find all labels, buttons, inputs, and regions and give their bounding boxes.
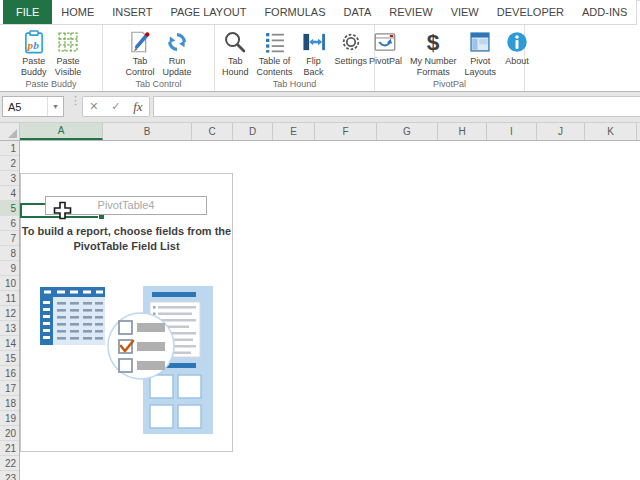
- row-header-16[interactable]: 16: [0, 366, 19, 381]
- button-label-line: Buddy: [21, 67, 47, 77]
- row-header-17[interactable]: 17: [0, 381, 19, 396]
- run-update-button[interactable]: RunUpdate: [158, 27, 195, 78]
- tab-review[interactable]: REVIEW: [380, 0, 441, 24]
- about-icon: [504, 29, 530, 55]
- tab-page-layout[interactable]: PAGE LAYOUT: [161, 0, 255, 24]
- row-header-5[interactable]: 5: [0, 201, 19, 216]
- select-all-corner[interactable]: [0, 123, 20, 140]
- column-header-k[interactable]: K: [585, 123, 637, 140]
- tab-xl-campus[interactable]: XL Campus: [636, 0, 640, 25]
- tab-developer[interactable]: DEVELOPER: [488, 0, 573, 24]
- column-header-h[interactable]: H: [438, 123, 487, 140]
- row-header-1[interactable]: 1: [0, 141, 19, 156]
- formula-input[interactable]: [153, 96, 640, 117]
- column-header-c[interactable]: C: [192, 123, 233, 140]
- tab-hound-button[interactable]: TabHound: [218, 27, 253, 78]
- table-of-contents-button[interactable]: Table ofContents: [252, 27, 296, 78]
- button-label-line: Tab: [133, 56, 148, 66]
- row-header-15[interactable]: 15: [0, 351, 19, 366]
- name-box-value: A5: [3, 101, 47, 113]
- button-label-line: Update: [162, 67, 191, 77]
- row-header-14[interactable]: 14: [0, 336, 19, 351]
- button-label-line: Visible: [55, 67, 81, 77]
- table-graphic: [40, 287, 105, 345]
- flip-back-icon: [301, 29, 327, 55]
- tab-home[interactable]: HOME: [52, 0, 103, 24]
- paste-visible-icon: [55, 29, 81, 55]
- flip-back-button[interactable]: FlipBack: [297, 27, 331, 78]
- formula-bar-row: A5 ▼ ⋮ ✕ ✓ fx: [0, 92, 640, 123]
- column-header-i[interactable]: I: [487, 123, 537, 140]
- tab-control-button[interactable]: TabControl: [121, 27, 158, 78]
- row-header-10[interactable]: 10: [0, 276, 19, 291]
- button-label-line: Pivot: [470, 56, 490, 66]
- row-header-20[interactable]: 20: [0, 426, 19, 441]
- tab-view[interactable]: VIEW: [442, 0, 488, 24]
- group-label: Tab Control: [103, 78, 214, 91]
- column-header-e[interactable]: E: [273, 123, 315, 140]
- ribbon-group-pivotpal: PivotPal$My NumberFormatsPivotLayoutsAbo…: [375, 25, 525, 91]
- cell-cursor-icon: [53, 201, 72, 220]
- paste-visible-button[interactable]: PasteVisible: [51, 27, 85, 78]
- enter-icon[interactable]: ✓: [111, 100, 120, 113]
- column-header-f[interactable]: F: [315, 123, 377, 140]
- group-label: Paste Buddy: [0, 78, 102, 91]
- button-label-line: Table of: [259, 56, 291, 66]
- row-header-12[interactable]: 12: [0, 306, 19, 321]
- column-header-a[interactable]: A: [20, 123, 103, 140]
- button-label-line: Back: [304, 67, 324, 77]
- column-header-d[interactable]: D: [233, 123, 273, 140]
- message-line-2: PivotTable Field List: [20, 239, 233, 254]
- insert-function-icon[interactable]: fx: [133, 99, 142, 115]
- column-header-g[interactable]: G: [377, 123, 438, 140]
- tab-insert[interactable]: INSERT: [103, 0, 161, 24]
- button-label-line: About: [505, 56, 529, 66]
- row-header-13[interactable]: 13: [0, 321, 19, 336]
- run-update-icon: [164, 29, 190, 55]
- settings-icon: [338, 29, 364, 55]
- paste-buddy-icon: pb: [21, 29, 47, 55]
- row-header-21[interactable]: 21: [0, 441, 19, 456]
- column-header-b[interactable]: B: [103, 123, 192, 140]
- row-header-7[interactable]: 7: [0, 231, 19, 246]
- row-header-18[interactable]: 18: [0, 396, 19, 411]
- row-header-3[interactable]: 3: [0, 171, 19, 186]
- formula-bar-grip[interactable]: ⋮: [70, 97, 78, 117]
- svg-text:pb: pb: [26, 39, 39, 51]
- button-label-line: Settings: [335, 56, 368, 66]
- row-header-22[interactable]: 22: [0, 456, 19, 471]
- name-box[interactable]: A5 ▼: [2, 96, 64, 117]
- table-of-contents-icon: [262, 29, 288, 55]
- row-header-11[interactable]: 11: [0, 291, 19, 306]
- about-button[interactable]: About: [500, 27, 534, 67]
- pivot-layouts-icon: [467, 29, 493, 55]
- row-header-8[interactable]: 8: [0, 246, 19, 261]
- row-header-9[interactable]: 9: [0, 261, 19, 276]
- pivotpal-button[interactable]: PivotPal: [365, 27, 406, 67]
- ribbon-group-tab-hound: TabHoundTable ofContentsFlipBackSettings…: [215, 25, 375, 91]
- button-label-line: My Number: [410, 56, 457, 66]
- tab-data[interactable]: DATA: [335, 0, 381, 24]
- my-number-formats-button[interactable]: $My NumberFormats: [406, 27, 461, 78]
- button-label-line: Formats: [417, 67, 450, 77]
- tab-add-ins[interactable]: ADD-INS: [573, 0, 636, 24]
- row-header-2[interactable]: 2: [0, 156, 19, 171]
- tab-formulas[interactable]: FORMULAS: [255, 0, 334, 24]
- row-header-4[interactable]: 4: [0, 186, 19, 201]
- tab-hound-icon: [222, 29, 248, 55]
- paste-buddy-button[interactable]: pbPasteBuddy: [17, 27, 51, 78]
- row-header-6[interactable]: 6: [0, 216, 19, 231]
- message-line-1: To build a report, choose fields from th…: [20, 224, 233, 239]
- number-formats-icon: $: [420, 29, 446, 55]
- ribbon-group-tab-control: TabControlRunUpdateTab Control: [103, 25, 215, 91]
- column-headers: ABCDEFGHIJK: [0, 123, 640, 141]
- row-header-23[interactable]: 23: [0, 471, 19, 480]
- row-header-19[interactable]: 19: [0, 411, 19, 426]
- ribbon-tab-bar: FILEHOMEINSERTPAGE LAYOUTFORMULASDATAREV…: [0, 0, 640, 25]
- button-label-line: Paste: [56, 56, 79, 66]
- cancel-icon[interactable]: ✕: [89, 100, 98, 113]
- tab-file[interactable]: FILE: [3, 0, 52, 24]
- pivot-layouts-button[interactable]: PivotLayouts: [461, 27, 501, 78]
- name-box-dropdown-icon[interactable]: ▼: [47, 97, 63, 116]
- column-header-j[interactable]: J: [537, 123, 585, 140]
